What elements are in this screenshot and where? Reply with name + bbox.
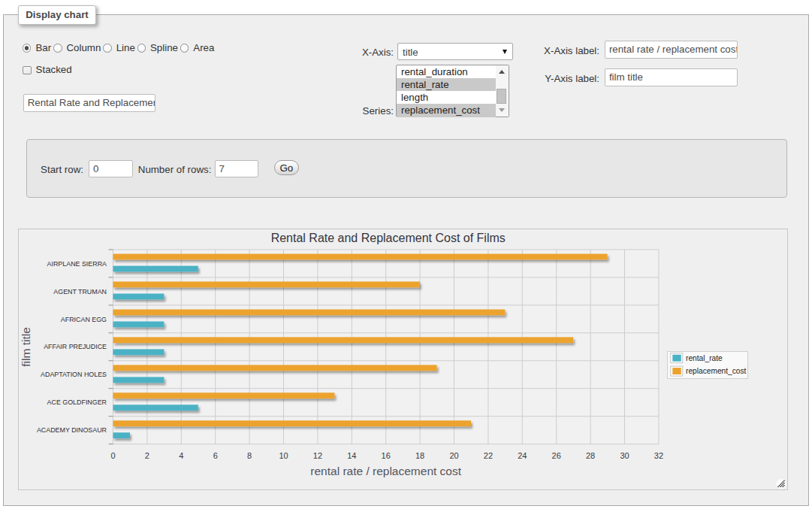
svg-text:22: 22 — [484, 451, 493, 460]
svg-text:Rental Rate and Replacement Co: Rental Rate and Replacement Cost of Film… — [271, 231, 506, 244]
svg-text:30: 30 — [620, 451, 629, 460]
svg-text:replacement_cost: replacement_cost — [686, 367, 747, 375]
svg-text:rental rate / replacement cost: rental rate / replacement cost — [310, 464, 461, 477]
svg-text:10: 10 — [279, 451, 288, 460]
svg-text:ACADEMY DINOSAUR: ACADEMY DINOSAUR — [37, 426, 107, 434]
svg-text:film title: film title — [20, 327, 32, 367]
svg-text:14: 14 — [347, 451, 356, 460]
svg-text:20: 20 — [449, 451, 458, 460]
svg-text:28: 28 — [586, 451, 595, 460]
svg-text:12: 12 — [313, 451, 322, 460]
svg-text:ACE GOLDFINGER: ACE GOLDFINGER — [47, 398, 107, 406]
svg-text:AFRICAN EGG: AFRICAN EGG — [61, 315, 107, 323]
svg-text:AIRPLANE SIERRA: AIRPLANE SIERRA — [47, 259, 107, 267]
svg-text:26: 26 — [552, 451, 561, 460]
svg-text:0: 0 — [110, 451, 115, 460]
svg-text:16: 16 — [382, 451, 391, 460]
svg-text:32: 32 — [654, 451, 663, 460]
svg-text:4: 4 — [179, 451, 183, 460]
svg-text:8: 8 — [247, 451, 252, 460]
svg-text:ADAPTATION HOLES: ADAPTATION HOLES — [41, 371, 107, 378]
svg-text:2: 2 — [145, 451, 149, 460]
svg-text:24: 24 — [518, 451, 527, 460]
svg-text:AFFAIR PREJUDICE: AFFAIR PREJUDICE — [44, 343, 107, 350]
svg-text:rental_rate: rental_rate — [686, 353, 723, 362]
svg-text:AGENT TRUMAN: AGENT TRUMAN — [53, 287, 107, 295]
svg-text:6: 6 — [213, 451, 218, 460]
svg-text:18: 18 — [415, 451, 424, 460]
